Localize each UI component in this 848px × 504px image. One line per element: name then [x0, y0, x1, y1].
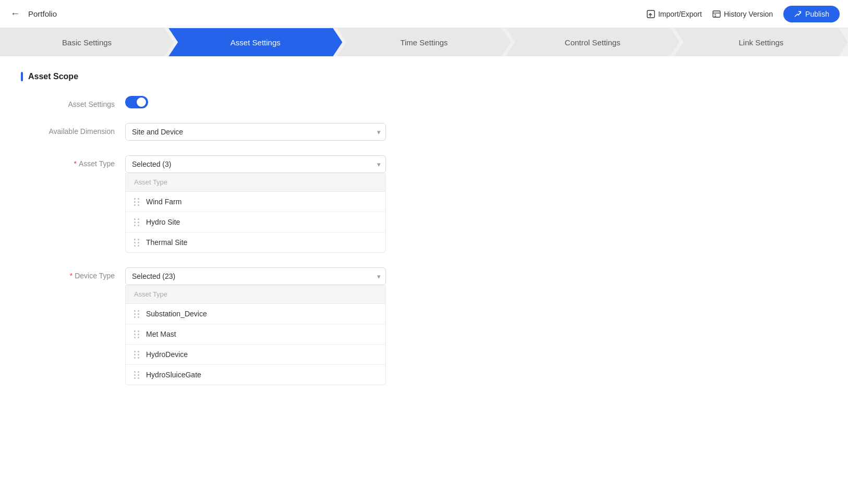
- list-item[interactable]: HydroDevice: [126, 345, 385, 365]
- asset-type-label: *Asset Type: [21, 155, 125, 168]
- list-item[interactable]: Hydro Site: [126, 212, 385, 232]
- top-nav: ← Portfolio Import/Export History Versio…: [0, 0, 848, 28]
- step-control[interactable]: Control Settings: [506, 28, 680, 56]
- import-export-icon: [647, 10, 655, 18]
- step-link[interactable]: Link Settings: [674, 28, 848, 56]
- step-basic[interactable]: Basic Settings: [0, 28, 174, 56]
- asset-settings-toggle-container: [125, 96, 386, 108]
- section-title: Asset Scope: [21, 72, 449, 81]
- asset-type-required-star: *: [74, 159, 77, 168]
- available-dimension-label: Available Dimension: [21, 123, 125, 136]
- list-item[interactable]: Substation_Device: [126, 304, 385, 324]
- device-type-label: *Device Type: [21, 267, 125, 280]
- device-type-control: Selected (23) Asset Type Substation_Devi…: [125, 267, 386, 385]
- drag-handle-icon[interactable]: [134, 330, 140, 338]
- publish-icon: [794, 10, 802, 18]
- asset-type-control: Selected (3) Asset Type Wind Farm: [125, 155, 386, 253]
- device-type-select[interactable]: Selected (23): [125, 267, 386, 285]
- device-type-row: *Device Type Selected (23) Asset Type Su…: [21, 267, 449, 385]
- device-type-dropdown-list: Asset Type Substation_Device Me: [125, 285, 386, 385]
- content-area: Asset Scope Asset Settings Available Dim…: [0, 56, 469, 415]
- drag-handle-icon[interactable]: [134, 351, 140, 359]
- asset-type-dropdown-header: Asset Type: [126, 173, 385, 192]
- device-type-select-wrapper: Selected (23): [125, 267, 386, 285]
- drag-handle-icon[interactable]: [134, 310, 140, 318]
- list-item[interactable]: Thermal Site: [126, 232, 385, 252]
- nav-actions: Import/Export History Version Publish: [647, 6, 840, 22]
- history-icon: [712, 10, 721, 18]
- step-time[interactable]: Time Settings: [337, 28, 511, 56]
- available-dimension-row: Available Dimension Site and Device Site…: [21, 123, 449, 141]
- asset-type-row: *Asset Type Selected (3) Asset Type Wind…: [21, 155, 449, 253]
- list-item[interactable]: Met Mast: [126, 324, 385, 345]
- step-asset[interactable]: Asset Settings: [168, 28, 342, 56]
- portfolio-title: Portfolio: [28, 9, 57, 18]
- back-button[interactable]: ←: [8, 6, 22, 21]
- available-dimension-control: Site and Device Site Device: [125, 123, 386, 141]
- drag-handle-icon[interactable]: [134, 239, 140, 247]
- asset-type-select[interactable]: Selected (3): [125, 155, 386, 173]
- available-dimension-select[interactable]: Site and Device Site Device: [125, 123, 386, 141]
- device-type-required-star: *: [70, 272, 72, 280]
- import-export-button[interactable]: Import/Export: [647, 10, 702, 18]
- device-type-dropdown-header: Asset Type: [126, 285, 385, 304]
- list-item[interactable]: Wind Farm: [126, 192, 385, 212]
- drag-handle-icon[interactable]: [134, 371, 140, 379]
- history-version-button[interactable]: History Version: [712, 10, 773, 18]
- list-item[interactable]: HydroSluiceGate: [126, 365, 385, 385]
- asset-settings-label: Asset Settings: [21, 96, 125, 108]
- available-dimension-select-wrapper: Site and Device Site Device: [125, 123, 386, 141]
- asset-settings-toggle[interactable]: [125, 96, 386, 108]
- asset-settings-row: Asset Settings: [21, 96, 449, 108]
- svg-rect-2: [713, 11, 720, 17]
- asset-type-dropdown-list: Asset Type Wind Farm Hydro Site: [125, 173, 386, 253]
- publish-button[interactable]: Publish: [783, 6, 840, 22]
- asset-type-select-wrapper: Selected (3): [125, 155, 386, 173]
- drag-handle-icon[interactable]: [134, 218, 140, 226]
- drag-handle-icon[interactable]: [134, 198, 140, 206]
- step-nav: Basic Settings Asset Settings Time Setti…: [0, 28, 848, 56]
